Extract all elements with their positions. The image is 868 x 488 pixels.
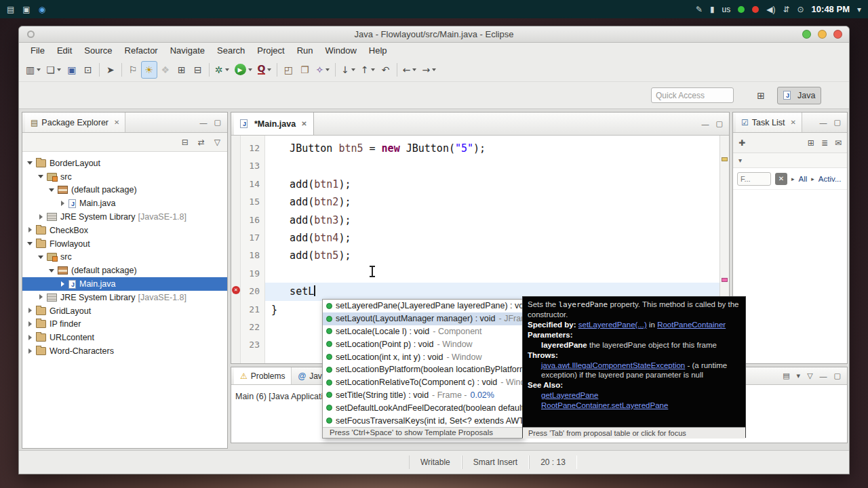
expander-icon[interactable] (59, 200, 66, 207)
minimize-view-icon[interactable]: — (816, 372, 831, 380)
expander-icon[interactable] (26, 159, 34, 167)
tree-item-main-java-selected[interactable]: Main.java (22, 277, 227, 291)
minimize-view-icon[interactable]: — (698, 120, 713, 128)
minimize-view-icon[interactable]: — (816, 119, 831, 127)
link-with-editor-icon[interactable]: ⇄ (198, 138, 205, 147)
code-line-18[interactable]: add(btn5); (265, 247, 719, 264)
debug-button[interactable]: ✲ (212, 61, 232, 79)
javadoc-link[interactable]: RootPaneContainer.setLayeredPane (541, 401, 668, 409)
collapse-all-icon[interactable]: ⊟ (182, 138, 189, 147)
menu-search[interactable]: Search (211, 45, 251, 56)
expander-icon[interactable] (37, 173, 45, 180)
javadoc-link[interactable]: RootPaneContainer (657, 321, 726, 329)
save-button[interactable]: ▣ (64, 61, 80, 79)
tree-item-gridlayout[interactable]: GridLayout (22, 304, 227, 318)
selection-tool-button[interactable]: ➤ (102, 61, 119, 79)
mark-occurrences-button[interactable]: ☀ (141, 61, 157, 79)
show-view-b-button[interactable]: ⊟ (190, 61, 206, 79)
maximize-view-icon[interactable]: ▢ (211, 118, 224, 127)
coverage-button[interactable]: Q (255, 61, 275, 79)
completion-item[interactable]: setLocale(Locale l) : void - Component (323, 325, 522, 338)
close-icon[interactable]: ✕ (114, 119, 119, 126)
menu-window[interactable]: Window (319, 45, 363, 56)
show-view-a-button[interactable]: ⊞ (174, 61, 190, 79)
quick-access-input[interactable] (651, 87, 734, 103)
console-icon[interactable]: ▤ (779, 371, 793, 380)
code-line-16[interactable]: add(btn3); (265, 211, 719, 229)
completion-item[interactable]: setLocation(int x, int y) : void - Windo… (323, 350, 522, 363)
java-perspective-button[interactable]: Java (777, 87, 821, 104)
javadoc-link[interactable]: getLayeredPane (541, 391, 598, 399)
tab-task-list[interactable]: ☑ Task List ✕ (736, 113, 802, 132)
code-line-15[interactable]: add(btn2); (265, 193, 719, 211)
menu-navigate[interactable]: Navigate (164, 45, 211, 56)
close-icon[interactable]: ✕ (301, 120, 307, 127)
new-java-element-button[interactable]: ❏ (43, 61, 64, 79)
tree-item-word-characters[interactable]: Word-Characters (22, 344, 227, 358)
forward-button[interactable]: → (419, 61, 439, 79)
window-menu-icon[interactable] (27, 30, 35, 38)
tab-package-explorer[interactable]: ▤ Package Explorer ✕ (25, 113, 125, 132)
completion-item[interactable]: setLocation(Point p) : void - Window (323, 338, 522, 350)
tree-item-src[interactable]: src (22, 251, 227, 264)
new-button[interactable]: ▥ (23, 61, 43, 79)
completion-item[interactable]: setLocationRelativeTo(Component c) : voi… (323, 376, 522, 389)
expander-icon[interactable] (26, 348, 34, 355)
minimize-button[interactable] (818, 30, 827, 39)
close-icon[interactable]: ✕ (790, 119, 795, 126)
back-button[interactable]: ← (400, 61, 420, 79)
tree-item-borderlayout[interactable]: BorderLayout (22, 157, 227, 170)
indicator-red-icon[interactable] (752, 6, 759, 13)
completion-item[interactable]: setTitle(String title) : void - Frame - … (323, 389, 522, 402)
minimize-view-icon[interactable]: — (197, 119, 211, 127)
chevron-down-icon[interactable]: ▾ (793, 371, 804, 380)
clear-filter-icon[interactable]: ✕ (775, 173, 787, 185)
tree-item-default-package[interactable]: (default package) (22, 184, 227, 197)
battery-icon[interactable]: ▮ (710, 5, 715, 14)
expander-icon[interactable] (26, 240, 34, 247)
tree-item-ip-finder[interactable]: IP finder (22, 318, 227, 331)
prev-annotation-button[interactable]: ↑ (358, 61, 378, 79)
plugin-button[interactable]: ⚐ (125, 61, 141, 79)
email-icon[interactable]: ✉ (835, 138, 842, 148)
network-icon[interactable]: ⇵ (783, 5, 789, 14)
editor-tab-main-java[interactable]: *Main.java ✕ (234, 113, 314, 135)
categorize-icon[interactable]: ⊞ (808, 138, 814, 148)
clock[interactable]: 10:48 PM (812, 4, 850, 14)
menu-refactor[interactable]: Refactor (119, 45, 164, 56)
menu-source[interactable]: Source (78, 45, 118, 56)
indicator-green-icon[interactable] (738, 6, 745, 13)
error-marker-icon[interactable]: ✕ (232, 286, 240, 294)
tree-item-checkbox[interactable]: CheckBox (22, 224, 227, 237)
new-wizard-button[interactable]: ✧ (313, 61, 332, 79)
tree-item-src[interactable]: src (22, 170, 227, 184)
code-line-13[interactable] (265, 157, 719, 175)
last-edit-location-button[interactable]: ↶ (378, 61, 394, 79)
code-line-17[interactable]: add(btn4); (265, 229, 719, 247)
code-line-19[interactable] (265, 265, 719, 283)
files-app-icon[interactable]: ▤ (7, 5, 14, 14)
tree-item-flowlayout[interactable]: Flowlayout (22, 237, 227, 251)
layout-tool-button[interactable]: ❖ (157, 61, 174, 79)
tree-item-main-java[interactable]: Main.java (22, 197, 227, 210)
expander-icon[interactable] (37, 214, 45, 221)
print-button[interactable]: ⊡ (80, 61, 96, 79)
completion-item[interactable]: setDefaultLookAndFeelDecorated(boolean d… (323, 401, 522, 414)
run-button[interactable]: ▶ (232, 61, 255, 79)
open-perspective-button[interactable]: ⊞ (753, 87, 769, 104)
completion-item-selected[interactable]: setLayout(LayoutManager manager) : void … (323, 312, 522, 325)
new-java-project-button[interactable]: ◰ (280, 61, 296, 79)
menu-file[interactable]: File (24, 45, 51, 56)
filter-all-link[interactable]: All (799, 175, 808, 183)
sort-icon[interactable]: ≣ (821, 138, 828, 148)
chevron-down-icon[interactable]: ▾ (738, 157, 742, 164)
javadoc-link[interactable]: java.awt.IllegalComponentStateException (541, 361, 685, 369)
tree-item-jre-library[interactable]: JRE System Library[JavaSE-1.8] (22, 291, 227, 304)
expander-icon[interactable] (37, 293, 45, 301)
code-line-12[interactable]: JButton btn5 = new JButton("5"); (265, 140, 719, 157)
software-app-icon[interactable]: ▣ (22, 5, 30, 14)
maximize-view-icon[interactable]: ▢ (831, 118, 844, 127)
view-menu-icon[interactable]: ▽ (804, 371, 816, 380)
menu-run[interactable]: Run (291, 45, 319, 56)
expander-icon[interactable] (26, 334, 34, 342)
